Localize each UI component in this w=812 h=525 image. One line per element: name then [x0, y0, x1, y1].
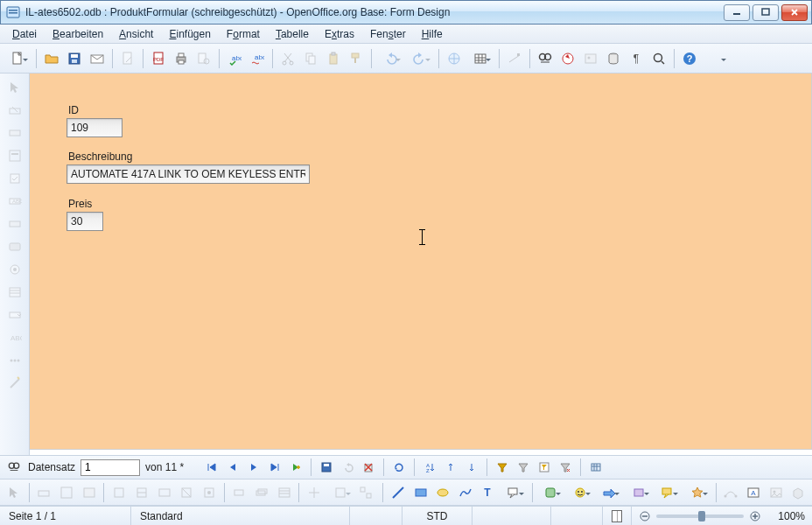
- d2-icon[interactable]: [131, 482, 152, 503]
- menu-fenster[interactable]: Fenster: [363, 26, 413, 42]
- find-record-button[interactable]: [5, 458, 23, 476]
- d1-icon[interactable]: [108, 482, 130, 503]
- d3-icon[interactable]: [154, 482, 175, 503]
- control-props-icon[interactable]: [56, 482, 77, 503]
- form-icon[interactable]: [4, 145, 25, 166]
- form-props-icon[interactable]: [79, 482, 100, 503]
- zoom-button[interactable]: [648, 48, 669, 69]
- zoom-slider[interactable]: [656, 514, 744, 518]
- menu-hilfe[interactable]: Hilfe: [415, 26, 450, 42]
- new-record-button[interactable]: [287, 458, 304, 476]
- datasources-button[interactable]: [603, 48, 624, 69]
- spellcheck-button[interactable]: abc: [224, 48, 245, 69]
- menu-extras[interactable]: Extras: [318, 26, 361, 42]
- flowchart-shapes-icon[interactable]: [625, 482, 652, 503]
- auto-spellcheck-button[interactable]: abc: [247, 48, 268, 69]
- close-button[interactable]: [781, 4, 808, 21]
- combobox-icon[interactable]: [4, 304, 25, 326]
- menu-tabelle[interactable]: Tabelle: [269, 26, 316, 42]
- refresh-button[interactable]: [390, 458, 408, 476]
- first-record-button[interactable]: [203, 458, 220, 476]
- sort-asc-button[interactable]: [442, 458, 459, 476]
- find-button[interactable]: [535, 48, 556, 69]
- callout-shapes-icon[interactable]: [654, 482, 682, 503]
- open-button[interactable]: [41, 48, 62, 69]
- d11-icon[interactable]: [356, 482, 377, 503]
- paste-button[interactable]: [323, 48, 344, 69]
- navigator-button[interactable]: [557, 48, 578, 69]
- hyperlink-button[interactable]: [444, 48, 465, 69]
- gallery-button[interactable]: [580, 48, 601, 69]
- new-doc-button[interactable]: [4, 48, 32, 69]
- remove-filter-button[interactable]: [556, 458, 574, 476]
- formatted-icon[interactable]: [4, 214, 25, 234]
- points-tool-icon[interactable]: [721, 482, 742, 503]
- format-paint-button[interactable]: [346, 48, 367, 69]
- redo-button[interactable]: [406, 48, 434, 69]
- canvas-area[interactable]: ID Beschreibung Preis: [30, 74, 812, 455]
- zoom-in-button[interactable]: [749, 510, 761, 522]
- undo-button[interactable]: [376, 48, 404, 69]
- cut-button[interactable]: [277, 48, 298, 69]
- option-icon[interactable]: [4, 259, 25, 280]
- mail-button[interactable]: [87, 48, 108, 69]
- zoom-thumb[interactable]: [698, 511, 705, 522]
- input-beschreibung[interactable]: [66, 164, 310, 184]
- label-icon[interactable]: ABC: [4, 327, 25, 348]
- d5-icon[interactable]: [199, 482, 220, 503]
- maximize-button[interactable]: [752, 4, 779, 21]
- menu-bearbeiten[interactable]: Bearbeiten: [46, 26, 110, 42]
- copy-button[interactable]: [300, 48, 321, 69]
- prev-record-button[interactable]: [224, 458, 242, 476]
- print-button[interactable]: [171, 48, 192, 69]
- design-mode-icon[interactable]: [4, 100, 25, 121]
- edit-doc-button[interactable]: [117, 48, 138, 69]
- extrusion-icon[interactable]: [788, 482, 809, 503]
- save-button[interactable]: [64, 48, 85, 69]
- input-id[interactable]: [66, 118, 122, 137]
- fontwork-icon[interactable]: A: [743, 482, 764, 503]
- rect-tool-icon[interactable]: [410, 482, 431, 503]
- save-record-button[interactable]: [318, 458, 335, 476]
- d4-icon[interactable]: [176, 482, 197, 503]
- freeline-tool-icon[interactable]: [455, 482, 476, 503]
- from-file-icon[interactable]: [766, 482, 787, 503]
- select-tool-icon[interactable]: [4, 77, 25, 98]
- line-tool-icon[interactable]: [388, 482, 409, 503]
- select-tool2-icon[interactable]: [4, 482, 24, 503]
- d9-icon[interactable]: [304, 482, 325, 503]
- nonprint-chars-button[interactable]: ¶: [626, 48, 647, 69]
- callout-tool-icon[interactable]: [500, 482, 527, 503]
- design-onoff-icon[interactable]: [34, 482, 55, 503]
- autofilter-button[interactable]: [494, 458, 511, 476]
- status-mode[interactable]: STD: [402, 507, 472, 525]
- more-controls-icon[interactable]: [4, 350, 25, 371]
- menu-format[interactable]: Format: [220, 26, 267, 42]
- basic-shapes-icon[interactable]: [537, 482, 564, 503]
- sort-button[interactable]: AZ: [421, 458, 438, 476]
- menu-ansicht[interactable]: Ansicht: [112, 26, 160, 42]
- data-to-text-button[interactable]: [587, 458, 605, 476]
- textbox-icon[interactable]: ABC: [4, 191, 25, 212]
- input-preis[interactable]: [66, 212, 103, 231]
- undo-record-button[interactable]: [339, 458, 356, 476]
- ellipse-tool-icon[interactable]: [432, 482, 453, 503]
- menu-einfuegen[interactable]: Einfügen: [162, 26, 217, 42]
- wizards-icon[interactable]: [4, 373, 25, 394]
- print-preview-button[interactable]: [193, 48, 214, 69]
- table-button[interactable]: [466, 48, 494, 69]
- d10-icon[interactable]: [326, 482, 354, 503]
- export-pdf-button[interactable]: PDF: [148, 48, 169, 69]
- text-tool-icon[interactable]: T: [478, 482, 499, 503]
- control-icon[interactable]: [4, 122, 25, 144]
- help-button[interactable]: ?: [679, 48, 700, 69]
- sort-desc-button[interactable]: [463, 458, 480, 476]
- symbol-shapes-icon[interactable]: [566, 482, 593, 503]
- d7-icon[interactable]: [251, 482, 272, 503]
- zoom-out-button[interactable]: [639, 510, 651, 522]
- pushbutton-icon[interactable]: [4, 236, 25, 257]
- last-record-button[interactable]: [266, 458, 284, 476]
- show-draw-button[interactable]: [504, 48, 525, 69]
- listbox-icon[interactable]: [4, 282, 25, 303]
- checkbox-icon[interactable]: [4, 168, 25, 189]
